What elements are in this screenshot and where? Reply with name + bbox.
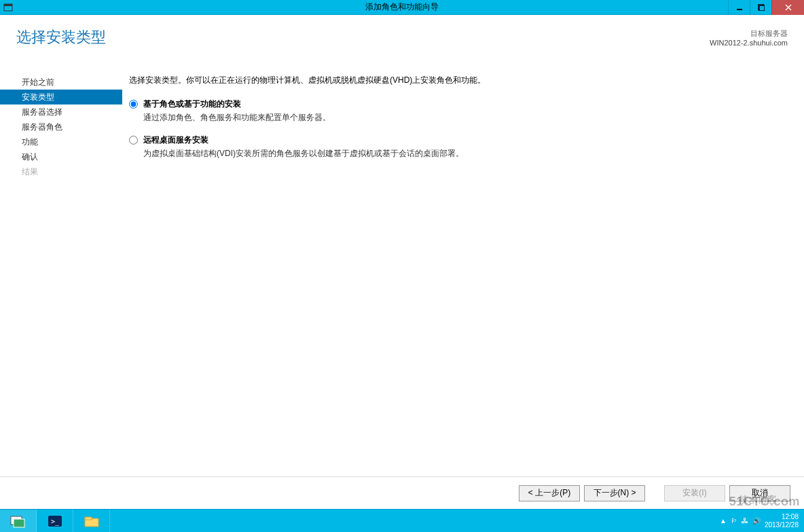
svg-rect-8 — [14, 519, 24, 527]
sidebar-item-server-roles[interactable]: 服务器角色 — [16, 119, 122, 134]
prev-button[interactable]: < 上一步(P) — [519, 485, 580, 501]
description-text: 选择安装类型。你可以在正在运行的物理计算机、虚拟机或脱机虚拟硬盘(VHD)上安装… — [129, 75, 788, 86]
wizard-footer: < 上一步(P) 下一步(N) > 安装(I) 取消 — [0, 476, 804, 509]
wizard-content: 开始之前 安装类型 服务器选择 服务器角色 功能 确认 结果 选择安装类型。你可… — [0, 75, 804, 475]
window-titlebar: 添加角色和功能向导 — [0, 0, 804, 15]
option-remote-desktop-title: 远程桌面服务安装 — [143, 134, 464, 146]
tray-network-icon[interactable]: 🖧 — [742, 517, 748, 525]
sidebar-item-before-begin[interactable]: 开始之前 — [16, 75, 122, 90]
next-button[interactable]: 下一步(N) > — [584, 485, 645, 501]
option-role-based-content: 基于角色或基于功能的安装 通过添加角色、角色服务和功能来配置单个服务器。 — [143, 98, 331, 124]
taskbar-datetime[interactable]: 12:08 2013/12/28 — [765, 513, 799, 529]
sidebar-item-features[interactable]: 功能 — [16, 134, 122, 149]
close-button[interactable] — [771, 0, 804, 15]
maximize-button[interactable] — [750, 0, 771, 15]
app-icon — [3, 2, 14, 13]
minimize-button[interactable] — [728, 0, 750, 15]
taskbar-tray: ▲ 🏳 🖧 🔊 12:08 2013/12/28 — [720, 513, 799, 529]
option-remote-desktop[interactable]: 远程桌面服务安装 为虚拟桌面基础结构(VDI)安装所需的角色服务以创建基于虚拟机… — [129, 134, 788, 159]
sidebar-item-results: 结果 — [16, 164, 122, 179]
radio-role-based[interactable] — [129, 100, 138, 109]
taskbar-powershell[interactable]: >_ — [37, 510, 73, 533]
svg-rect-4 — [759, 5, 765, 11]
window-buttons — [728, 0, 804, 15]
svg-rect-1 — [4, 4, 12, 6]
wizard-main: 选择安装类型。你可以在正在运行的物理计算机、虚拟机或脱机虚拟硬盘(VHD)上安装… — [122, 75, 804, 475]
target-server-label: 目标服务器 — [710, 28, 788, 39]
option-role-based-desc: 通过添加角色、角色服务和功能来配置单个服务器。 — [143, 112, 331, 124]
wizard-body: 选择安装类型 目标服务器 WIN2012-2.shuhui.com 开始之前 安… — [0, 15, 804, 509]
svg-rect-12 — [85, 517, 92, 520]
target-server-box: 目标服务器 WIN2012-2.shuhui.com — [710, 28, 788, 47]
radio-remote-desktop[interactable] — [129, 136, 138, 145]
taskbar-time: 12:08 — [765, 513, 799, 521]
target-server-name: WIN2012-2.shuhui.com — [710, 39, 788, 47]
taskbar-date: 2013/12/28 — [765, 521, 799, 529]
taskbar: >_ ▲ 🏳 🖧 🔊 12:08 2013/12/28 — [0, 509, 804, 532]
sidebar-item-install-type[interactable]: 安装类型 — [0, 90, 122, 104]
option-role-based[interactable]: 基于角色或基于功能的安装 通过添加角色、角色服务和功能来配置单个服务器。 — [129, 98, 788, 124]
install-button[interactable]: 安装(I) — [664, 485, 725, 501]
option-remote-desktop-content: 远程桌面服务安装 为虚拟桌面基础结构(VDI)安装所需的角色服务以创建基于虚拟机… — [143, 134, 464, 159]
option-role-based-title: 基于角色或基于功能的安装 — [143, 98, 331, 110]
option-remote-desktop-desc: 为虚拟桌面基础结构(VDI)安装所需的角色服务以创建基于虚拟机或基于会话的桌面部… — [143, 148, 464, 159]
wizard-sidebar: 开始之前 安装类型 服务器选择 服务器角色 功能 确认 结果 — [0, 75, 122, 475]
svg-text:>_: >_ — [51, 518, 60, 526]
sidebar-item-server-select[interactable]: 服务器选择 — [16, 104, 122, 119]
cancel-button[interactable]: 取消 — [729, 485, 790, 501]
taskbar-server-manager[interactable] — [0, 510, 37, 533]
window-title: 添加角色和功能向导 — [365, 1, 439, 13]
tray-flag-icon[interactable]: 🏳 — [731, 517, 737, 525]
page-title: 选择安装类型 — [16, 27, 106, 48]
sidebar-item-confirm[interactable]: 确认 — [16, 149, 122, 164]
taskbar-explorer[interactable] — [73, 510, 110, 533]
tray-arrow-icon[interactable]: ▲ — [720, 517, 727, 525]
tray-volume-icon[interactable]: 🔊 — [752, 517, 761, 525]
wizard-header: 选择安装类型 目标服务器 WIN2012-2.shuhui.com — [0, 15, 804, 60]
